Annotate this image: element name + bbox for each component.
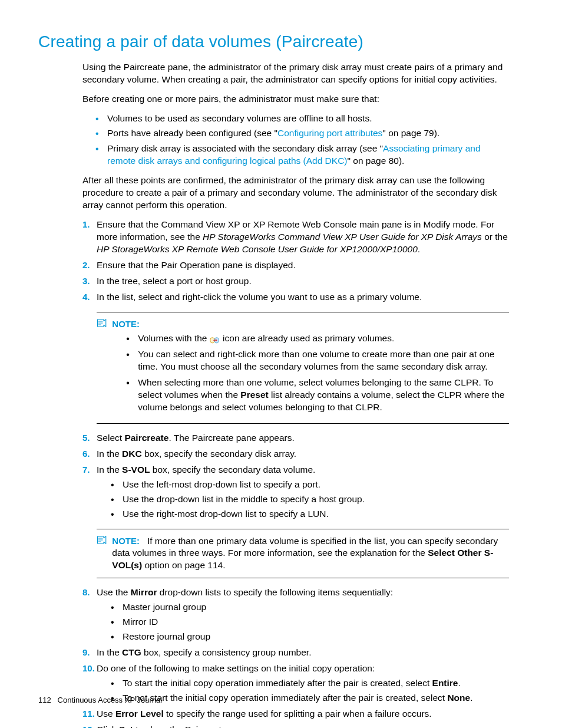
text: In the xyxy=(97,449,122,459)
step-3: In the tree, select a port or host group… xyxy=(82,275,509,288)
text: To not start the initial copy operation … xyxy=(123,693,447,703)
prereq-list: Volumes to be used as secondary volumes … xyxy=(82,113,509,168)
page-footer: 112 Continuous Access XP Journal xyxy=(38,695,162,706)
text: to specify the range used for splitting … xyxy=(164,709,432,719)
prereq-item: Ports have already been configured (see … xyxy=(95,127,509,140)
after-paragraph: After all these points are confirmed, th… xyxy=(82,174,509,212)
note-item: You can select and right-click more than… xyxy=(126,348,507,373)
text: " on page 80). xyxy=(348,156,405,166)
text: option on page 114. xyxy=(142,560,225,570)
paircreate-keyword: Paircreate xyxy=(124,433,168,443)
text: Do one of the following to make settings… xyxy=(97,663,375,673)
mirror-keyword: Mirror xyxy=(131,587,157,597)
note-label: NOTE: xyxy=(112,319,140,329)
guide-title: HP StorageWorks XP Remote Web Console Us… xyxy=(97,244,418,254)
text: icon are already used as primary volumes… xyxy=(220,333,395,343)
footer-title: Continuous Access XP Journal xyxy=(58,696,163,704)
intro-paragraph-1: Using the Paircreate pane, the administr… xyxy=(82,61,509,86)
error-level-keyword: Error Level xyxy=(115,709,164,719)
note-box: NOTE: If more than one primary data volu… xyxy=(97,529,509,579)
dkc-keyword: DKC xyxy=(122,449,142,459)
text: box, specify the secondary disk array. xyxy=(142,449,296,459)
text: Volumes with the xyxy=(138,333,209,343)
intro-paragraph-2: Before creating one or more pairs, the a… xyxy=(82,93,509,106)
text: In the xyxy=(97,647,122,657)
text: Ports have already been configured (see … xyxy=(107,128,277,138)
note-icon xyxy=(97,535,110,548)
prereq-item: Volumes to be used as secondary volumes … xyxy=(95,113,509,125)
sub-item: Restore journal group xyxy=(111,631,509,643)
text: box, specify the secondary data volume. xyxy=(150,465,315,475)
guide-title: HP StorageWorks Command View XP User Gui… xyxy=(203,232,482,242)
text: to close the Paircreate pane. xyxy=(133,724,252,728)
sub-item: To not start the initial copy operation … xyxy=(111,692,509,704)
step-7: In the S-VOL box, specify the secondary … xyxy=(82,464,509,578)
step-12: Click Set to close the Paircreate pane. xyxy=(82,724,509,728)
text: To start the initial copy operation imme… xyxy=(123,678,432,688)
procedure-steps: Ensure that the Command View XP or XP Re… xyxy=(82,219,509,304)
text: . xyxy=(458,678,460,688)
text: . The Paircreate pane appears. xyxy=(168,433,294,443)
page-title: Creating a pair of data volumes (Paircre… xyxy=(38,31,509,53)
link-configuring-port-attributes[interactable]: Configuring port attributes xyxy=(277,128,382,138)
set-keyword: Set xyxy=(119,724,133,728)
svol-keyword: S-VOL xyxy=(122,465,150,475)
text: " on page 79). xyxy=(382,128,439,138)
step-4: In the list, select and right-click the … xyxy=(82,291,509,304)
sub-item: Master journal group xyxy=(111,601,509,614)
text: drop-down lists to specify the following… xyxy=(157,587,394,597)
text: . xyxy=(418,244,420,254)
step-2: Ensure that the Pair Operation pane is d… xyxy=(82,259,509,272)
step-5: Select Paircreate. The Paircreate pane a… xyxy=(82,432,509,444)
text: Use the xyxy=(97,587,131,597)
note-box: NOTE: Volumes with the icon are already … xyxy=(97,312,509,424)
note-item: Volumes with the icon are already used a… xyxy=(126,332,507,345)
step-11: Use Error Level to specify the range use… xyxy=(82,708,509,720)
none-keyword: None xyxy=(447,693,470,703)
sub-item: Use the left-most drop-down list to spec… xyxy=(111,479,509,491)
note-label: NOTE: xyxy=(112,536,140,546)
note-item: When selecting more than one volume, sel… xyxy=(126,377,507,414)
sub-item: To start the initial copy operation imme… xyxy=(111,677,509,690)
text: Select xyxy=(97,433,124,443)
step-1: Ensure that the Command View XP or XP Re… xyxy=(82,219,509,256)
page-number: 112 xyxy=(38,696,51,704)
entire-keyword: Entire xyxy=(432,678,458,688)
step-6: In the DKC box, specify the secondary di… xyxy=(82,448,509,460)
step-8: Use the Mirror drop-down lists to specif… xyxy=(82,587,509,643)
sub-item: Mirror ID xyxy=(111,616,509,628)
step-9: In the CTG box, specify a consistency gr… xyxy=(82,647,509,659)
text: box, specify a consistency group number. xyxy=(141,647,312,657)
procedure-steps-cont: Select Paircreate. The Paircreate pane a… xyxy=(82,432,509,728)
volume-pair-icon xyxy=(210,335,220,343)
sub-item: Use the drop-down list in the middle to … xyxy=(111,493,509,506)
prereq-item: Primary disk array is associated with th… xyxy=(95,143,509,167)
sub-item: Use the right-most drop-down list to spe… xyxy=(111,508,509,521)
note-icon xyxy=(97,318,110,331)
text: or the xyxy=(482,232,508,242)
text: Use xyxy=(97,709,115,719)
text: Click xyxy=(97,724,119,728)
ctg-keyword: CTG xyxy=(122,647,141,657)
preset-keyword: Preset xyxy=(240,390,268,400)
text: Primary disk array is associated with th… xyxy=(107,143,383,153)
text: . xyxy=(470,693,472,703)
text: In the xyxy=(97,465,122,475)
